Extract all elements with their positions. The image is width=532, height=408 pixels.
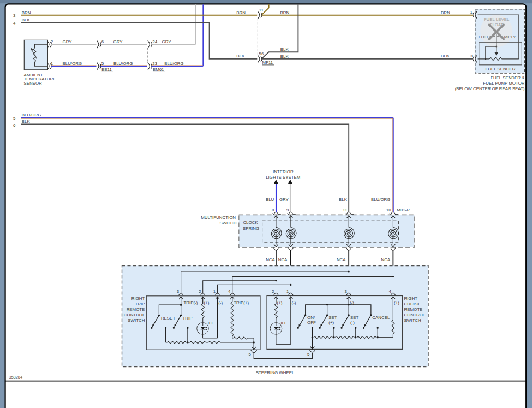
svg-text:ON/: ON/ <box>307 315 315 320</box>
svg-text:SPRING: SPRING <box>243 226 259 231</box>
svg-text:(-): (-) <box>292 300 296 305</box>
svg-text:10: 10 <box>386 208 391 212</box>
svg-text:ILL: ILL <box>281 321 288 326</box>
svg-text:358284: 358284 <box>9 375 22 380</box>
svg-text:5: 5 <box>101 61 104 66</box>
svg-text:5: 5 <box>13 116 16 121</box>
svg-text:SENSOR: SENSOR <box>23 81 42 86</box>
svg-text:2: 2 <box>51 39 53 44</box>
svg-text:BLK: BLK <box>22 119 31 124</box>
svg-text:6: 6 <box>13 123 16 128</box>
svg-text:BLU/ORG: BLU/ORG <box>164 61 184 66</box>
svg-text:FUEL SENDER: FUEL SENDER <box>486 67 516 72</box>
svg-text:11: 11 <box>343 208 347 212</box>
svg-text:TRIP(-): TRIP(-) <box>184 300 198 305</box>
svg-text:(BELOW CENTER OF REAR SEAT): (BELOW CENTER OF REAR SEAT) <box>455 86 525 91</box>
svg-text:24: 24 <box>152 39 157 44</box>
svg-text:CONTROL: CONTROL <box>404 312 426 317</box>
svg-text:NCA: NCA <box>337 257 346 262</box>
svg-text:6: 6 <box>101 39 104 44</box>
svg-text:CLOCK: CLOCK <box>243 220 258 225</box>
svg-text:FUEL SENDER &: FUEL SENDER & <box>491 75 525 80</box>
svg-text:BLU/ORG: BLU/ORG <box>371 197 391 202</box>
svg-text:BRN: BRN <box>280 10 290 15</box>
svg-text:FUEL LEVEL: FUEL LEVEL <box>484 17 510 22</box>
svg-text:TRIP: TRIP <box>135 301 145 306</box>
svg-text:MF11: MF11 <box>262 60 273 65</box>
svg-text:BLK: BLK <box>236 54 245 58</box>
svg-text:GRY: GRY <box>279 197 289 202</box>
svg-text:GRY: GRY <box>113 39 123 44</box>
svg-text:5: 5 <box>307 352 310 357</box>
svg-text:2: 2 <box>272 289 274 294</box>
svg-text:EE11: EE11 <box>101 67 112 72</box>
svg-text:ILL: ILL <box>208 321 214 326</box>
svg-text:BLU: BLU <box>266 197 274 202</box>
svg-text:3: 3 <box>13 13 16 18</box>
svg-text:BLU/ORG: BLU/ORG <box>113 61 133 66</box>
svg-text:8: 8 <box>272 208 274 212</box>
svg-text:NCA: NCA <box>278 257 288 262</box>
svg-text:SWITCH: SWITCH <box>128 318 145 323</box>
svg-text:(-): (-) <box>350 320 355 325</box>
svg-text:TRIP: TRIP <box>183 316 193 321</box>
svg-text:(+): (+) <box>394 300 399 305</box>
svg-text:MULTIFUNCTION: MULTIFUNCTION <box>201 215 236 220</box>
svg-text:NCA: NCA <box>381 257 391 262</box>
svg-text:4: 4 <box>13 21 16 26</box>
svg-text:5: 5 <box>249 352 252 357</box>
svg-text:BRN: BRN <box>236 10 246 15</box>
svg-text:2: 2 <box>199 289 201 294</box>
svg-text:GRY: GRY <box>162 39 172 44</box>
svg-text:BLU/ORG: BLU/ORG <box>63 61 82 66</box>
svg-text:CONTROL: CONTROL <box>124 312 145 317</box>
svg-text:FULL: FULL <box>479 34 489 39</box>
svg-text:SWITCH: SWITCH <box>404 318 421 323</box>
svg-text:3: 3 <box>344 289 347 294</box>
svg-text:3: 3 <box>177 289 180 294</box>
svg-text:3: 3 <box>470 54 473 58</box>
svg-text:BLK: BLK <box>280 54 289 59</box>
svg-text:56: 56 <box>259 51 264 56</box>
svg-text:INTERIOR: INTERIOR <box>273 169 294 174</box>
svg-text:BLK: BLK <box>339 197 348 202</box>
svg-text:SET: SET <box>350 315 359 320</box>
svg-text:4: 4 <box>228 289 231 294</box>
svg-text:CANCEL: CANCEL <box>372 315 390 320</box>
svg-text:BRN: BRN <box>441 10 450 15</box>
svg-text:OFF: OFF <box>307 320 316 325</box>
svg-text:REMOTE: REMOTE <box>404 307 423 312</box>
svg-text:(+): (+) <box>277 300 283 305</box>
svg-text:(+): (+) <box>328 320 334 325</box>
svg-text:RIGHT: RIGHT <box>131 296 145 301</box>
svg-text:BLK: BLK <box>280 47 289 52</box>
svg-text:SWITCH: SWITCH <box>219 221 236 226</box>
svg-text:CRUISE: CRUISE <box>404 301 421 306</box>
svg-text:SET: SET <box>328 315 337 320</box>
svg-text:TRIP(+): TRIP(+) <box>234 300 249 305</box>
svg-text:BLU/ORG: BLU/ORG <box>22 113 41 117</box>
svg-text:(+): (+) <box>204 300 209 305</box>
svg-text:RESET: RESET <box>161 316 175 321</box>
svg-text:1: 1 <box>286 289 289 294</box>
svg-text:FUEL PUMP MOTOR: FUEL PUMP MOTOR <box>483 81 524 86</box>
svg-text:EM61: EM61 <box>153 67 164 72</box>
svg-text:LIGHTS SYSTEM: LIGHTS SYSTEM <box>266 175 300 180</box>
svg-text:M01-R: M01-R <box>397 208 410 212</box>
svg-text:BLK: BLK <box>441 54 450 58</box>
svg-text:BLK: BLK <box>22 17 31 22</box>
svg-text:REMOTE: REMOTE <box>127 307 145 312</box>
svg-text:RIGHT: RIGHT <box>404 296 418 301</box>
svg-text:1: 1 <box>213 289 216 294</box>
svg-text:STEERING WHEEL: STEERING WHEEL <box>256 370 295 375</box>
svg-text:BRN: BRN <box>22 10 31 15</box>
svg-text:(-): (-) <box>218 300 223 305</box>
svg-text:GRY: GRY <box>63 39 73 44</box>
svg-text:1: 1 <box>470 10 473 15</box>
svg-text:9: 9 <box>286 208 289 212</box>
svg-text:NCA: NCA <box>266 257 275 262</box>
svg-text:4: 4 <box>389 289 392 294</box>
svg-text:11: 11 <box>259 8 264 13</box>
svg-text:23: 23 <box>152 61 157 66</box>
